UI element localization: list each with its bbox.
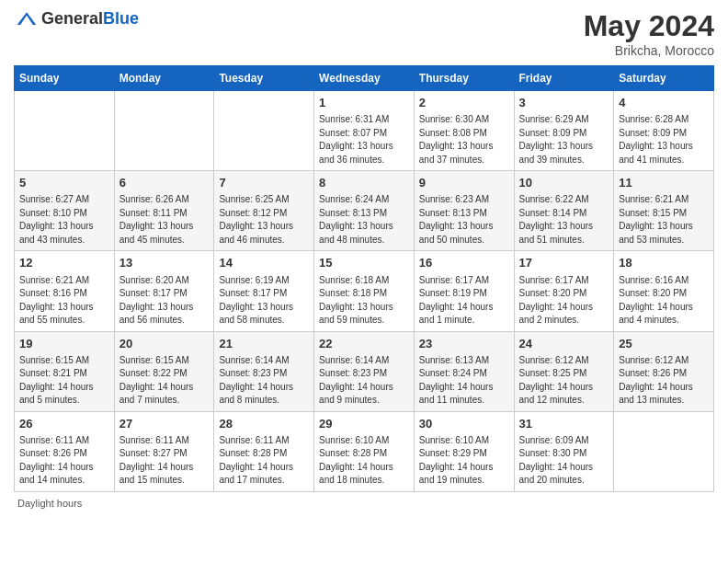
day-number: 19 [19, 336, 109, 352]
day-info: Sunrise: 6:10 AM Sunset: 8:28 PM Dayligh… [319, 434, 409, 488]
day-number: 3 [519, 95, 609, 111]
day-info: Sunrise: 6:30 AM Sunset: 8:08 PM Dayligh… [419, 113, 509, 167]
day-info: Sunrise: 6:24 AM Sunset: 8:13 PM Dayligh… [319, 193, 409, 247]
calendar-table: SundayMondayTuesdayWednesdayThursdayFrid… [14, 65, 714, 492]
day-info: Sunrise: 6:17 AM Sunset: 8:20 PM Dayligh… [519, 274, 609, 327]
calendar-cell: 6Sunrise: 6:26 AM Sunset: 8:11 PM Daylig… [114, 171, 214, 251]
calendar-cell: 23Sunrise: 6:13 AM Sunset: 8:24 PM Dayli… [414, 331, 514, 411]
page-header: GeneralBlue May 2024 Brikcha, Morocco [14, 9, 714, 58]
col-header-friday: Friday [514, 66, 614, 91]
calendar-cell: 1Sunrise: 6:31 AM Sunset: 8:07 PM Daylig… [314, 91, 415, 171]
logo-blue: Blue [103, 9, 139, 28]
day-number: 8 [319, 175, 409, 191]
day-info: Sunrise: 6:19 AM Sunset: 8:17 PM Dayligh… [219, 274, 309, 327]
day-number: 14 [219, 255, 309, 271]
day-number: 17 [519, 255, 609, 271]
calendar-cell: 14Sunrise: 6:19 AM Sunset: 8:17 PM Dayli… [214, 251, 314, 331]
col-header-wednesday: Wednesday [314, 66, 415, 91]
calendar-cell: 3Sunrise: 6:29 AM Sunset: 8:09 PM Daylig… [514, 91, 614, 171]
calendar-week-row: 1Sunrise: 6:31 AM Sunset: 8:07 PM Daylig… [15, 91, 714, 171]
col-header-saturday: Saturday [614, 66, 714, 91]
day-info: Sunrise: 6:11 AM Sunset: 8:26 PM Dayligh… [19, 434, 109, 488]
day-number: 21 [219, 336, 309, 352]
footer-note: Daylight hours [14, 498, 714, 509]
day-info: Sunrise: 6:17 AM Sunset: 8:19 PM Dayligh… [419, 274, 509, 327]
calendar-cell: 19Sunrise: 6:15 AM Sunset: 8:21 PM Dayli… [15, 331, 115, 411]
calendar-cell [15, 91, 115, 171]
day-number: 10 [519, 175, 609, 191]
calendar-cell: 8Sunrise: 6:24 AM Sunset: 8:13 PM Daylig… [314, 171, 415, 251]
calendar-cell [214, 91, 314, 171]
day-number: 28 [219, 416, 309, 432]
day-info: Sunrise: 6:11 AM Sunset: 8:28 PM Dayligh… [219, 434, 309, 488]
day-number: 7 [219, 175, 309, 191]
daylight-label: Daylight hours [17, 498, 82, 509]
day-number: 5 [19, 175, 109, 191]
day-number: 18 [619, 255, 709, 271]
day-info: Sunrise: 6:26 AM Sunset: 8:11 PM Dayligh… [119, 193, 210, 247]
calendar-header-row: SundayMondayTuesdayWednesdayThursdayFrid… [15, 66, 714, 91]
day-info: Sunrise: 6:15 AM Sunset: 8:22 PM Dayligh… [119, 354, 210, 408]
logo-icon [16, 10, 38, 29]
day-info: Sunrise: 6:15 AM Sunset: 8:21 PM Dayligh… [19, 354, 109, 408]
logo: GeneralBlue [14, 9, 139, 29]
calendar-cell: 20Sunrise: 6:15 AM Sunset: 8:22 PM Dayli… [114, 331, 214, 411]
day-info: Sunrise: 6:21 AM Sunset: 8:16 PM Dayligh… [19, 274, 109, 327]
calendar-cell: 31Sunrise: 6:09 AM Sunset: 8:30 PM Dayli… [514, 411, 614, 491]
calendar-cell: 17Sunrise: 6:17 AM Sunset: 8:20 PM Dayli… [514, 251, 614, 331]
calendar-cell: 27Sunrise: 6:11 AM Sunset: 8:27 PM Dayli… [114, 411, 214, 491]
day-info: Sunrise: 6:27 AM Sunset: 8:10 PM Dayligh… [19, 193, 109, 247]
calendar-cell: 30Sunrise: 6:10 AM Sunset: 8:29 PM Dayli… [414, 411, 514, 491]
calendar-cell [614, 411, 714, 491]
day-info: Sunrise: 6:31 AM Sunset: 8:07 PM Dayligh… [319, 113, 409, 167]
day-info: Sunrise: 6:11 AM Sunset: 8:27 PM Dayligh… [119, 434, 210, 488]
title-block: May 2024 Brikcha, Morocco [584, 9, 714, 58]
day-number: 13 [119, 255, 210, 271]
day-number: 31 [519, 416, 609, 432]
day-info: Sunrise: 6:28 AM Sunset: 8:09 PM Dayligh… [619, 113, 709, 167]
day-number: 2 [419, 95, 509, 111]
day-info: Sunrise: 6:18 AM Sunset: 8:18 PM Dayligh… [319, 274, 409, 327]
day-number: 26 [19, 416, 109, 432]
calendar-cell: 9Sunrise: 6:23 AM Sunset: 8:13 PM Daylig… [414, 171, 514, 251]
logo-general: General [41, 9, 103, 28]
calendar-cell: 2Sunrise: 6:30 AM Sunset: 8:08 PM Daylig… [414, 91, 514, 171]
day-number: 24 [519, 336, 609, 352]
calendar-week-row: 12Sunrise: 6:21 AM Sunset: 8:16 PM Dayli… [15, 251, 714, 331]
calendar-week-row: 19Sunrise: 6:15 AM Sunset: 8:21 PM Dayli… [15, 331, 714, 411]
calendar-cell: 21Sunrise: 6:14 AM Sunset: 8:23 PM Dayli… [214, 331, 314, 411]
day-number: 16 [419, 255, 509, 271]
day-number: 30 [419, 416, 509, 432]
day-number: 23 [419, 336, 509, 352]
col-header-tuesday: Tuesday [214, 66, 314, 91]
calendar-cell: 4Sunrise: 6:28 AM Sunset: 8:09 PM Daylig… [614, 91, 714, 171]
day-number: 25 [619, 336, 709, 352]
day-info: Sunrise: 6:14 AM Sunset: 8:23 PM Dayligh… [219, 354, 309, 408]
day-info: Sunrise: 6:09 AM Sunset: 8:30 PM Dayligh… [519, 434, 609, 488]
day-info: Sunrise: 6:13 AM Sunset: 8:24 PM Dayligh… [419, 354, 509, 408]
location: Brikcha, Morocco [584, 43, 714, 58]
day-number: 27 [119, 416, 210, 432]
calendar-cell: 22Sunrise: 6:14 AM Sunset: 8:23 PM Dayli… [314, 331, 415, 411]
calendar-week-row: 5Sunrise: 6:27 AM Sunset: 8:10 PM Daylig… [15, 171, 714, 251]
calendar-cell: 16Sunrise: 6:17 AM Sunset: 8:19 PM Dayli… [414, 251, 514, 331]
day-number: 29 [319, 416, 409, 432]
calendar-cell [114, 91, 214, 171]
day-info: Sunrise: 6:23 AM Sunset: 8:13 PM Dayligh… [419, 193, 509, 247]
day-number: 6 [119, 175, 210, 191]
day-info: Sunrise: 6:16 AM Sunset: 8:20 PM Dayligh… [619, 274, 709, 327]
day-info: Sunrise: 6:14 AM Sunset: 8:23 PM Dayligh… [319, 354, 409, 408]
day-number: 20 [119, 336, 210, 352]
calendar-cell: 11Sunrise: 6:21 AM Sunset: 8:15 PM Dayli… [614, 171, 714, 251]
day-number: 11 [619, 175, 709, 191]
col-header-sunday: Sunday [15, 66, 115, 91]
day-info: Sunrise: 6:29 AM Sunset: 8:09 PM Dayligh… [519, 113, 609, 167]
day-info: Sunrise: 6:12 AM Sunset: 8:25 PM Dayligh… [519, 354, 609, 408]
day-info: Sunrise: 6:25 AM Sunset: 8:12 PM Dayligh… [219, 193, 309, 247]
day-number: 22 [319, 336, 409, 352]
day-info: Sunrise: 6:20 AM Sunset: 8:17 PM Dayligh… [119, 274, 210, 327]
day-number: 9 [419, 175, 509, 191]
calendar-cell: 29Sunrise: 6:10 AM Sunset: 8:28 PM Dayli… [314, 411, 415, 491]
calendar-cell: 26Sunrise: 6:11 AM Sunset: 8:26 PM Dayli… [15, 411, 115, 491]
calendar-cell: 28Sunrise: 6:11 AM Sunset: 8:28 PM Dayli… [214, 411, 314, 491]
